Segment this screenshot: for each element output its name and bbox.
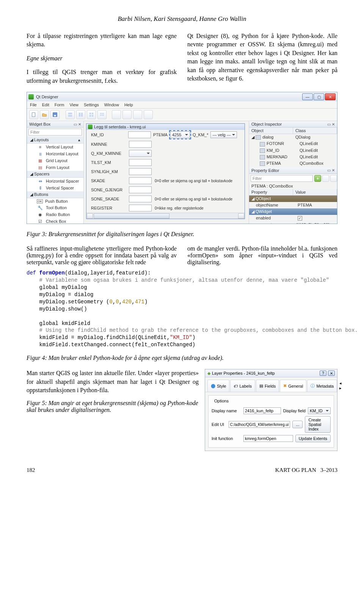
qt-designer-screenshot: Qt Designer — ▢ ✕ File Edit Form View Se… [27, 92, 337, 224]
obj-row-dialog[interactable]: ◢dialogQDialog [249, 134, 337, 140]
menu-help[interactable]: Help [124, 103, 133, 107]
scroll-thumb[interactable] [94, 213, 169, 219]
label-ptema: PTEMA [153, 132, 168, 137]
item-vertical-layout[interactable]: ≡Vertical Layout [27, 144, 83, 150]
obj-row-fotonr[interactable]: FOTONRQLineEdit [249, 140, 337, 147]
item-tool-button[interactable]: 🔧Tool Button [27, 204, 83, 211]
item-check-box[interactable]: ☑Check Box [27, 218, 83, 224]
help-button[interactable]: ? [320, 371, 326, 376]
input-sonegjengr[interactable] [129, 186, 152, 193]
prop-group-qobject[interactable]: ◢ QObject [249, 196, 337, 202]
combo-ptema[interactable]: 4255 [170, 131, 190, 138]
item-grid-layout[interactable]: ▦Grid Layout [27, 157, 83, 164]
edit-ui-label: Edit UI [212, 422, 226, 427]
prop-objectname[interactable]: objectNamePTEMA [249, 202, 337, 208]
obj-row-ptema[interactable]: PTEMAQComboBox [249, 160, 337, 167]
init-function-input[interactable]: kmreg.formOpen [243, 435, 293, 442]
prop-group-qwidget[interactable]: ◢ QWidget [249, 208, 337, 215]
cat-layouts[interactable]: ◢ Layouts▴ [27, 137, 83, 144]
obj-row-merknad[interactable]: MERKNADQLineEdit [249, 154, 337, 160]
dock-controls-3[interactable]: ▭ ✕ [327, 168, 335, 172]
prop-tool-icon-1[interactable] [322, 175, 329, 182]
display-field-combo[interactable]: KM_ID [308, 407, 331, 414]
svg-rect-10 [92, 115, 93, 117]
input-synligh[interactable] [129, 168, 152, 175]
widget-box-panel: Widget Box ▭ ✕ Filter ◢ Layouts▴ ≡Vertic… [27, 121, 84, 224]
item-push-button[interactable]: OKPush Button [27, 198, 83, 204]
prop-tool-icon-2[interactable] [330, 175, 337, 182]
scroll-right-icon[interactable] [238, 213, 244, 219]
obj-row-kmid[interactable]: KM_IDQLineEdit [249, 147, 337, 154]
tab-metadata[interactable]: ⓘMetadata [307, 380, 337, 392]
item-horizontal-spacer[interactable]: ⇔Horizontal Spacer [27, 178, 83, 185]
menu-window[interactable]: Window [104, 103, 119, 107]
menu-view[interactable]: View [69, 103, 78, 107]
selected-widget[interactable]: 4255 [170, 131, 190, 139]
create-spatial-index-button[interactable]: Create Spatial Index [305, 416, 331, 433]
combo-qkm[interactable]: --- velg --- [210, 131, 237, 138]
input-kminne[interactable] [129, 141, 152, 148]
tab-general[interactable]: ✖General [280, 380, 306, 392]
cat-buttons[interactable]: ◢ Buttons [27, 191, 83, 198]
item-horizontal-layout[interactable]: ⫼Horizontal Layout [27, 150, 83, 157]
open-icon[interactable] [40, 110, 49, 119]
new-form-icon[interactable] [29, 110, 38, 119]
input-tilst[interactable] [129, 159, 152, 166]
prop-geometry[interactable]: ◢ geometry[(185, 5), 70 x 20] [249, 222, 337, 224]
prop-filter[interactable]: Filter [251, 175, 313, 182]
tab-spin[interactable]: ◂ ▸ [338, 380, 343, 392]
form-hscroll[interactable] [86, 213, 245, 219]
save-icon[interactable] [50, 110, 60, 119]
item-form-layout[interactable]: ▤Form Layout [27, 164, 83, 171]
layout-icon-3[interactable] [87, 110, 96, 119]
layer-close-button[interactable]: ✕ [328, 371, 335, 376]
dock-controls[interactable]: ▭ ✕ [74, 122, 81, 126]
input-km-id[interactable] [128, 131, 151, 138]
label-register: REGISTER [91, 206, 126, 210]
right-panels: Object Inspector ▭ ✕ Object Class ◢dialo… [249, 121, 337, 224]
metadata-icon: ⓘ [311, 383, 315, 389]
widget-icon-4[interactable] [144, 110, 153, 119]
item-vertical-spacer[interactable]: ⇕Vertical Spacer [27, 185, 83, 191]
layout-icon-2[interactable] [76, 110, 85, 119]
combo-qkmkminne[interactable] [129, 150, 152, 157]
svg-rect-5 [79, 113, 80, 117]
layout-icon-1[interactable] [66, 110, 75, 119]
layout-icon-4[interactable] [97, 110, 107, 119]
browse-button[interactable]: ... [292, 421, 303, 428]
dock-controls-2[interactable]: ▭ ✕ [327, 122, 335, 126]
update-extents-button[interactable]: Update Extents [295, 435, 331, 442]
tab-fields[interactable]: ▤Fields [256, 380, 279, 392]
svg-rect-4 [68, 115, 72, 117]
maximize-button[interactable]: ▢ [314, 93, 324, 100]
label-sonegjengr: SONE_GJENGR [91, 188, 126, 192]
widget-icon-3[interactable] [133, 110, 142, 119]
cat-spacers[interactable]: ◢ Spacers [27, 171, 83, 178]
menu-file[interactable]: File [30, 103, 37, 107]
prop-col-value: Value [293, 189, 337, 195]
checkbox-enabled[interactable]: ✓ [298, 216, 302, 221]
input-skade[interactable] [129, 177, 152, 184]
form-design-area[interactable]: Legg til seterdata - kmreg.ui KM_ID PTEM… [84, 121, 249, 224]
minimize-button[interactable]: — [302, 93, 313, 100]
edit-ui-input[interactable]: C:/adhoc/QGIS_KM/seter/kmreg.ui [229, 421, 290, 428]
close-button[interactable]: ✕ [325, 93, 336, 100]
label-qkm: Q_KM_* [193, 132, 209, 137]
label-km-id: KM_ID [91, 132, 126, 137]
scroll-left-icon[interactable] [87, 213, 93, 219]
display-name-input[interactable]: 2416_kun_feltp [243, 407, 281, 414]
tab-style[interactable]: ⬤Style [207, 380, 229, 392]
tab-labels[interactable]: 🏷Labels [230, 380, 255, 392]
menu-edit[interactable]: Edit [42, 103, 49, 107]
widget-icon-1[interactable] [112, 110, 121, 119]
input-soneskade[interactable] [129, 196, 152, 202]
prop-enabled[interactable]: enabled✓ [249, 215, 337, 222]
item-radio-button[interactable]: ◉Radio Button [27, 211, 83, 218]
menu-form[interactable]: Form [55, 103, 64, 107]
layer-properties-screenshot: ◆Layer Properties - 2416_kun_feltp ? ✕ ⬤… [205, 369, 337, 451]
widget-icon-2[interactable] [122, 110, 132, 119]
input-register[interactable] [129, 205, 152, 211]
menu-settings[interactable]: Settings [84, 103, 99, 107]
add-property-icon[interactable]: + [314, 175, 321, 182]
widget-box-filter[interactable]: Filter [28, 129, 82, 136]
